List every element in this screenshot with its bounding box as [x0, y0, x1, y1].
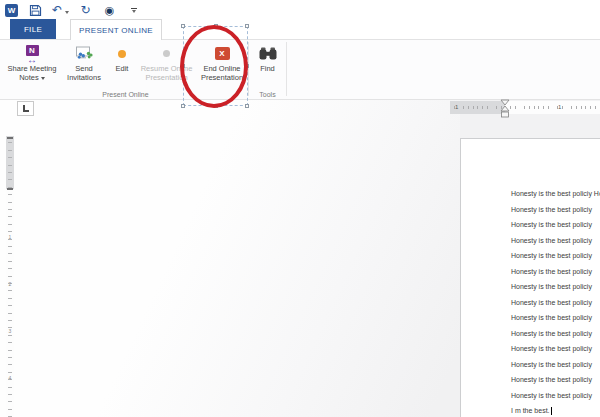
redo-icon[interactable]: ↻ [78, 2, 93, 18]
gray-dot-icon [163, 43, 170, 64]
tab-file[interactable]: FILE [10, 19, 56, 39]
doc-line: Honesty is the best policiy [511, 248, 600, 264]
undo-dropdown-caret[interactable] [65, 11, 69, 14]
ribbon-tab-row: FILE PRESENT ONLINE [0, 20, 600, 40]
doc-line: Honesty is the best policiy [511, 388, 600, 404]
quick-access-toolbar: W ↶ ↻ ◉ [0, 0, 600, 20]
red-circle-annotation[interactable] [180, 25, 248, 108]
text-cursor [551, 407, 552, 415]
indent-markers[interactable] [499, 99, 511, 118]
doc-line-last: I m the best. [511, 403, 600, 417]
save-icon[interactable] [28, 2, 43, 18]
document-workspace: 1 2 3 4 1 1 Honesty is the best policiy … [0, 100, 600, 417]
canvas-left-page[interactable] [0, 100, 460, 417]
onenote-icon: N ↔ [26, 43, 39, 64]
group-tools: Find Tools [249, 40, 286, 99]
ribbon: N ↔ Share Meeting Notes [0, 40, 600, 100]
doc-line: Honesty is the best policiy [511, 310, 600, 326]
doc-line: Honesty is the best policiy [511, 233, 600, 249]
doc-line: Honesty is the best policiy [511, 217, 600, 233]
share-meeting-notes-button[interactable]: N ↔ Share Meeting Notes [3, 40, 61, 82]
doc-line: Honesty is the best policiy Ho [511, 186, 600, 202]
doc-line: Honesty is the best policiy [511, 264, 600, 280]
qat-dropdown-icon[interactable] [126, 2, 141, 18]
send-invitations-button[interactable]: Send Invitations [61, 40, 107, 82]
group-separator [286, 42, 287, 96]
horizontal-ruler: 1 1 [450, 101, 600, 114]
doc-line: Honesty is the best policiy [511, 357, 600, 373]
record-icon[interactable]: ◉ [102, 2, 117, 18]
find-button[interactable]: Find [249, 40, 286, 73]
document-page[interactable]: Honesty is the best policiy Ho Honesty i… [460, 138, 600, 417]
save-icon-svg [29, 4, 42, 17]
doc-line: Honesty is the best policiy [511, 279, 600, 295]
orange-dot-icon [118, 43, 126, 64]
left-tab-stop-icon [23, 105, 29, 112]
word-app-icon-glyph: W [5, 4, 18, 17]
vertical-ruler: 1 2 3 4 [6, 136, 14, 417]
share-meeting-notes-label-1: Share Meeting [8, 64, 57, 73]
marquee-handle[interactable] [181, 104, 185, 108]
doc-line: Honesty is the best policiy [511, 295, 600, 311]
tab-stop-selector[interactable] [17, 101, 34, 116]
document-text: Honesty is the best policiy Ho Honesty i… [511, 186, 600, 417]
send-invitations-icon [75, 43, 94, 64]
word-window: W ↶ ↻ ◉ FILE PRESENT ONLINE [0, 0, 600, 417]
doc-line: Honesty is the best policiy [511, 202, 600, 218]
undo-icon[interactable]: ↶ [52, 2, 69, 18]
doc-line: Honesty is the best policiy [511, 326, 600, 342]
marquee-handle[interactable] [181, 24, 185, 28]
doc-line: Honesty is the best policiy [511, 341, 600, 357]
marquee-handle[interactable] [245, 104, 249, 108]
share-meeting-notes-label-2: Notes [19, 73, 45, 82]
doc-line: Honesty is the best policiy [511, 372, 600, 388]
marquee-handle[interactable] [245, 24, 249, 28]
word-app-icon[interactable]: W [4, 2, 19, 18]
group-label-tools: Tools [249, 91, 286, 98]
dropdown-caret-icon [41, 77, 45, 80]
edit-button[interactable]: Edit [107, 40, 137, 73]
binoculars-icon [259, 43, 277, 64]
tab-present-online[interactable]: PRESENT ONLINE [70, 19, 162, 40]
